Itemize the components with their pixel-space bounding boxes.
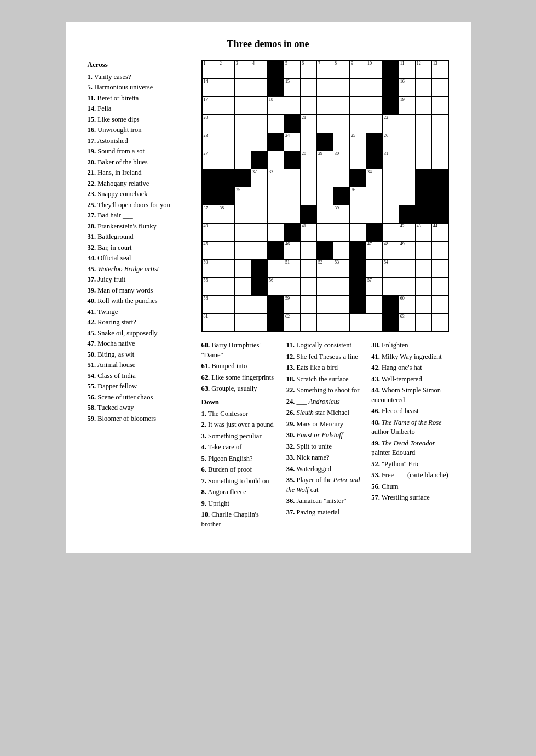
grid-cell[interactable]: 12 <box>415 60 431 78</box>
grid-cell[interactable] <box>235 78 251 96</box>
grid-cell[interactable] <box>267 259 284 277</box>
grid-cell[interactable]: 6 <box>300 60 316 78</box>
grid-cell[interactable]: 2 <box>218 60 235 78</box>
grid-cell[interactable] <box>251 205 268 223</box>
grid-cell[interactable] <box>333 169 349 187</box>
grid-cell[interactable] <box>431 96 448 114</box>
grid-cell[interactable]: 33 <box>267 169 284 187</box>
grid-cell[interactable] <box>333 313 349 331</box>
grid-cell[interactable] <box>333 223 349 241</box>
grid-cell[interactable] <box>300 277 316 295</box>
grid-cell[interactable]: 40 <box>202 223 218 241</box>
grid-cell[interactable]: 24 <box>284 133 300 151</box>
grid-cell[interactable] <box>366 223 382 241</box>
grid-cell[interactable]: 59 <box>284 295 300 313</box>
grid-cell[interactable]: 23 <box>202 133 218 151</box>
grid-cell[interactable]: 62 <box>284 313 300 331</box>
grid-cell[interactable]: 25 <box>349 133 366 151</box>
grid-cell[interactable] <box>399 133 415 151</box>
grid-cell[interactable]: 7 <box>316 60 333 78</box>
grid-cell[interactable]: 11 <box>399 60 415 78</box>
grid-cell[interactable] <box>218 313 235 331</box>
grid-cell[interactable]: 46 <box>284 241 300 259</box>
grid-cell[interactable] <box>300 169 316 187</box>
grid-cell[interactable] <box>382 78 399 96</box>
grid-cell[interactable] <box>415 133 431 151</box>
grid-cell[interactable]: 43 <box>415 223 431 241</box>
grid-cell[interactable] <box>382 223 399 241</box>
grid-cell[interactable] <box>235 205 251 223</box>
grid-cell[interactable]: 49 <box>399 241 415 259</box>
grid-cell[interactable] <box>431 241 448 259</box>
grid-cell[interactable] <box>366 114 382 133</box>
grid-cell[interactable] <box>316 78 333 96</box>
grid-cell[interactable] <box>218 277 235 295</box>
grid-cell[interactable]: 4 <box>251 60 268 78</box>
grid-cell[interactable] <box>218 96 235 114</box>
grid-cell[interactable] <box>267 295 284 313</box>
grid-cell[interactable] <box>316 205 333 223</box>
grid-cell[interactable]: 27 <box>202 151 218 169</box>
grid-cell[interactable] <box>267 60 284 78</box>
grid-cell[interactable] <box>399 277 415 295</box>
grid-cell[interactable] <box>415 295 431 313</box>
grid-cell[interactable] <box>431 205 448 223</box>
grid-cell[interactable] <box>333 241 349 259</box>
grid-cell[interactable]: 9 <box>349 60 366 78</box>
grid-cell[interactable]: 13 <box>431 60 448 78</box>
grid-cell[interactable] <box>349 205 366 223</box>
grid-cell[interactable] <box>235 169 251 187</box>
grid-cell[interactable] <box>415 114 431 133</box>
grid-cell[interactable] <box>349 259 366 277</box>
grid-cell[interactable]: 10 <box>366 60 382 78</box>
grid-cell[interactable] <box>399 114 415 133</box>
grid-cell[interactable] <box>366 96 382 114</box>
grid-cell[interactable] <box>431 187 448 205</box>
grid-cell[interactable]: 3 <box>235 60 251 78</box>
grid-cell[interactable] <box>431 277 448 295</box>
grid-cell[interactable] <box>251 78 268 96</box>
grid-cell[interactable] <box>382 295 399 313</box>
grid-cell[interactable] <box>218 133 235 151</box>
grid-cell[interactable] <box>415 96 431 114</box>
grid-cell[interactable] <box>366 205 382 223</box>
grid-cell[interactable]: 35 <box>235 187 251 205</box>
grid-cell[interactable]: 31 <box>382 151 399 169</box>
grid-cell[interactable] <box>366 313 382 331</box>
grid-cell[interactable] <box>431 133 448 151</box>
grid-cell[interactable] <box>366 295 382 313</box>
grid-cell[interactable] <box>366 78 382 96</box>
grid-cell[interactable] <box>316 187 333 205</box>
grid-cell[interactable] <box>349 114 366 133</box>
grid-cell[interactable]: 30 <box>333 151 349 169</box>
grid-cell[interactable] <box>235 277 251 295</box>
grid-cell[interactable]: 32 <box>251 169 268 187</box>
grid-cell[interactable] <box>349 313 366 331</box>
grid-cell[interactable] <box>415 78 431 96</box>
grid-cell[interactable]: 53 <box>333 259 349 277</box>
grid-cell[interactable] <box>349 169 366 187</box>
grid-cell[interactable] <box>251 313 268 331</box>
grid-cell[interactable] <box>382 313 399 331</box>
grid-cell[interactable] <box>349 78 366 96</box>
grid-cell[interactable]: 16 <box>399 78 415 96</box>
grid-cell[interactable] <box>415 313 431 331</box>
grid-cell[interactable]: 63 <box>399 313 415 331</box>
grid-cell[interactable] <box>284 187 300 205</box>
grid-cell[interactable] <box>218 259 235 277</box>
grid-cell[interactable] <box>267 78 284 96</box>
grid-cell[interactable] <box>382 277 399 295</box>
grid-cell[interactable] <box>399 259 415 277</box>
grid-cell[interactable] <box>349 241 366 259</box>
grid-cell[interactable] <box>415 241 431 259</box>
grid-cell[interactable] <box>382 60 399 78</box>
grid-cell[interactable] <box>202 169 218 187</box>
grid-cell[interactable] <box>316 313 333 331</box>
grid-cell[interactable]: 28 <box>300 151 316 169</box>
grid-cell[interactable] <box>333 114 349 133</box>
grid-cell[interactable] <box>333 133 349 151</box>
grid-cell[interactable]: 19 <box>399 96 415 114</box>
grid-cell[interactable] <box>349 277 366 295</box>
grid-cell[interactable] <box>235 223 251 241</box>
grid-cell[interactable]: 57 <box>366 277 382 295</box>
